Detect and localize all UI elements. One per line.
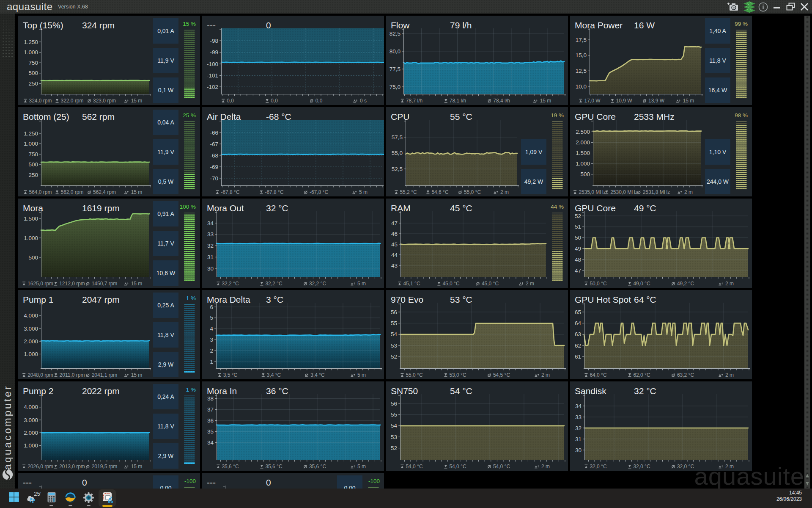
svg-text:52: 52 [575, 213, 581, 219]
svg-text:44: 44 [391, 252, 398, 258]
svg-text:38: 38 [207, 395, 214, 402]
svg-text:-99: -99 [210, 49, 218, 55]
svg-text:61: 61 [575, 353, 581, 360]
svg-text:48: 48 [575, 257, 581, 263]
svg-text:15,0: 15,0 [576, 52, 587, 58]
svg-text:54: 54 [391, 331, 398, 337]
svg-text:30: 30 [575, 447, 582, 453]
svg-text:52: 52 [391, 445, 397, 451]
svg-text:1: 1 [210, 359, 213, 365]
svg-text:-100: -100 [207, 61, 218, 67]
svg-text:1.000: 1.000 [24, 235, 38, 241]
svg-text:500: 500 [28, 254, 38, 261]
svg-text:53: 53 [391, 434, 397, 440]
svg-text:80,0: 80,0 [390, 48, 401, 55]
svg-text:-101: -101 [207, 72, 218, 79]
svg-text:750: 750 [28, 60, 38, 66]
svg-text:1.000: 1.000 [24, 351, 38, 357]
svg-text:-69: -69 [210, 164, 218, 170]
svg-text:4: 4 [210, 326, 213, 332]
svg-text:55,0: 55,0 [392, 150, 403, 156]
svg-text:500: 500 [580, 171, 590, 177]
svg-text:3.000: 3.000 [24, 326, 38, 332]
svg-text:52: 52 [391, 353, 397, 360]
svg-text:1.000: 1.000 [24, 141, 38, 147]
svg-text:52,5: 52,5 [392, 166, 403, 172]
svg-text:-98: -98 [210, 38, 218, 44]
svg-text:82,5: 82,5 [390, 30, 401, 37]
svg-text:3: 3 [210, 337, 213, 343]
svg-text:30: 30 [207, 265, 214, 272]
svg-text:55: 55 [391, 320, 397, 326]
svg-text:54: 54 [391, 422, 398, 429]
svg-text:35: 35 [207, 428, 214, 435]
svg-text:53: 53 [391, 342, 397, 349]
svg-text:1.000: 1.000 [576, 160, 590, 167]
svg-text:64: 64 [575, 320, 582, 326]
svg-text:10,0: 10,0 [576, 83, 587, 90]
svg-text:63: 63 [575, 331, 581, 337]
svg-text:5: 5 [210, 315, 213, 321]
svg-text:1.000: 1.000 [24, 49, 38, 55]
svg-text:37: 37 [207, 406, 214, 413]
svg-text:32: 32 [207, 243, 214, 249]
svg-text:46: 46 [391, 231, 398, 237]
svg-text:62: 62 [575, 342, 581, 349]
svg-text:31: 31 [575, 436, 582, 442]
svg-text:500: 500 [28, 70, 38, 76]
svg-text:1.500: 1.500 [576, 150, 590, 156]
svg-text:51: 51 [575, 224, 581, 230]
svg-text:56: 56 [391, 400, 397, 407]
svg-text:4.000: 4.000 [24, 404, 38, 410]
svg-text:55: 55 [391, 411, 397, 418]
svg-text:75,0: 75,0 [390, 84, 401, 90]
svg-text:750: 750 [28, 151, 38, 157]
svg-text:6: 6 [210, 304, 213, 310]
svg-text:3.000: 3.000 [24, 417, 38, 423]
svg-text:-67: -67 [210, 141, 218, 147]
svg-text:77,5: 77,5 [390, 66, 401, 72]
svg-text:57,5: 57,5 [392, 134, 403, 141]
svg-text:36: 36 [207, 417, 214, 424]
svg-text:33: 33 [575, 414, 582, 420]
svg-text:2.000: 2.000 [24, 338, 38, 345]
svg-text:12,5: 12,5 [576, 68, 587, 74]
svg-text:34: 34 [207, 439, 214, 446]
svg-text:-70: -70 [210, 175, 218, 182]
svg-text:-66: -66 [210, 130, 218, 136]
svg-text:250: 250 [28, 80, 38, 87]
svg-text:4.000: 4.000 [24, 312, 38, 319]
svg-text:1.250: 1.250 [24, 130, 38, 137]
svg-text:1.000: 1.000 [24, 442, 38, 449]
svg-text:65: 65 [575, 309, 581, 315]
svg-text:47: 47 [575, 268, 581, 274]
svg-text:32: 32 [575, 425, 582, 431]
svg-text:34: 34 [207, 220, 214, 226]
svg-text:43: 43 [391, 262, 398, 269]
svg-text:1.250: 1.250 [24, 39, 38, 45]
svg-text:17,5: 17,5 [576, 37, 587, 43]
svg-text:50: 50 [575, 235, 581, 241]
svg-text:33: 33 [207, 231, 214, 237]
svg-text:49: 49 [575, 246, 581, 252]
svg-text:500: 500 [28, 161, 38, 168]
svg-text:2.000: 2.000 [24, 430, 38, 436]
svg-text:34: 34 [575, 403, 582, 409]
svg-text:250: 250 [28, 172, 38, 178]
svg-text:2.500: 2.500 [576, 129, 590, 135]
svg-text:-68: -68 [210, 152, 218, 159]
svg-text:2: 2 [210, 348, 213, 354]
svg-text:-102: -102 [207, 84, 218, 90]
svg-text:31: 31 [207, 254, 214, 260]
svg-text:2.000: 2.000 [576, 139, 590, 146]
svg-text:56: 56 [391, 309, 397, 315]
svg-text:25°: 25° [34, 492, 41, 497]
svg-text:1.500: 1.500 [24, 215, 38, 222]
svg-text:45: 45 [391, 241, 398, 248]
svg-text:47: 47 [391, 220, 398, 226]
